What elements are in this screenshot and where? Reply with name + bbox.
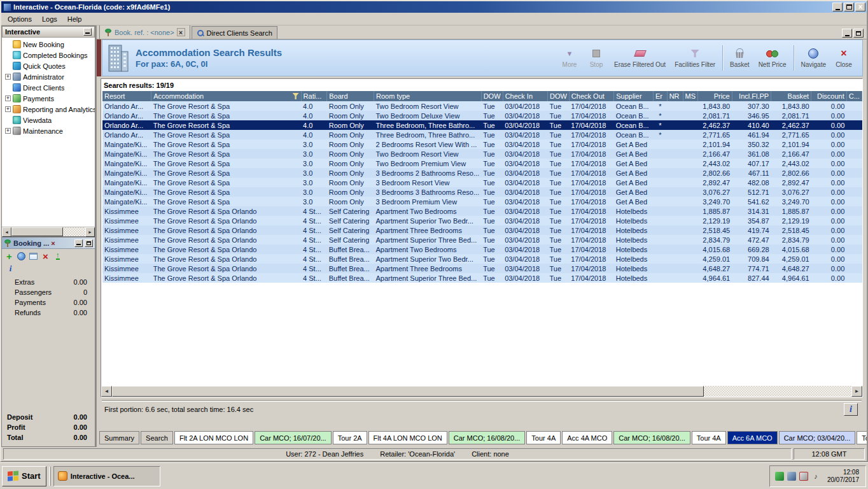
tree-expander-icon[interactable]: + — [5, 96, 11, 101]
column-header-supplier[interactable]: Supplier — [614, 91, 654, 101]
bottom-tab-tour-6a[interactable]: Tour 6A — [857, 431, 867, 444]
filter-icon[interactable] — [293, 93, 299, 99]
result-row[interactable]: Orlando Ar...The Grove Resort & Spa4.0Ro… — [102, 111, 862, 120]
result-row[interactable]: Orlando Ar...The Grove Resort & Spa4.0Ro… — [102, 120, 862, 130]
column-header-check-out[interactable]: Check Out — [569, 91, 613, 101]
tray-display-icon[interactable] — [787, 472, 796, 481]
scroll-track[interactable] — [11, 227, 85, 236]
collapse-panel-button[interactable] — [83, 28, 92, 36]
minimize-button[interactable] — [832, 3, 843, 11]
column-header-dow[interactable]: DOW — [481, 91, 503, 101]
result-row[interactable]: KissimmeeThe Grove Resort & Spa Orlando4… — [102, 225, 862, 235]
bottom-tab-car-mco-16-07-20[interactable]: Car MCO; 16/07/20... — [255, 431, 332, 444]
menu-item-logs[interactable]: Logs — [37, 14, 62, 24]
sidebar-item-completed-bookings[interactable]: Completed Bookings — [2, 50, 95, 60]
erase-filtered-out-button[interactable]: Erase Filtered Out — [610, 47, 670, 69]
result-row[interactable]: KissimmeeThe Grove Resort & Spa Orlando4… — [102, 216, 862, 225]
sidebar-item-viewdata[interactable]: Viewdata — [2, 115, 95, 125]
tree-expander-icon[interactable]: + — [5, 128, 11, 134]
doc-tab-book-ref-none[interactable]: Book. ref. : <none>× — [99, 25, 190, 39]
result-row[interactable]: KissimmeeThe Grove Resort & Spa Orlando4… — [102, 264, 862, 273]
bottom-tab-flt-2a-lon-mco-lon[interactable]: Flt 2A LON MCO LON — [174, 431, 253, 444]
result-row[interactable]: Maingate/Ki...The Grove Resort & Spa3.0R… — [102, 187, 862, 197]
grid-scroll-track[interactable] — [112, 386, 851, 397]
basket-button[interactable]: Basket — [725, 47, 754, 69]
bottom-tab-car-mco-03-04-20[interactable]: Car MCO; 03/04/20... — [779, 431, 856, 444]
sidebar-item-maintenance[interactable]: +Maintenance — [2, 125, 95, 136]
scroll-thumb[interactable] — [11, 227, 63, 236]
start-button[interactable]: Start — [2, 466, 46, 486]
tree-expander-icon[interactable]: + — [5, 106, 11, 112]
sidebar-item-quick-quotes[interactable]: Quick Quotes — [2, 60, 95, 71]
column-header-nr[interactable]: NR — [667, 91, 683, 101]
result-row[interactable]: KissimmeeThe Grove Resort & Spa Orlando4… — [102, 206, 862, 216]
result-row[interactable]: Maingate/Ki...The Grove Resort & Spa3.0R… — [102, 178, 862, 187]
grid-scroll-right-button[interactable]: ► — [851, 386, 862, 397]
column-header-incl-fl-pp[interactable]: Incl.Fl.PP — [732, 91, 771, 101]
bottom-tab-search[interactable]: Search — [141, 431, 173, 444]
bottom-tab-tour-2a[interactable]: Tour 2A — [333, 431, 367, 444]
sidebar-hscrollbar[interactable]: ◄ ► — [2, 227, 95, 236]
result-row[interactable]: KissimmeeThe Grove Resort & Spa Orlando4… — [102, 244, 862, 254]
column-header-ms[interactable]: MS — [683, 91, 698, 101]
close-panel-icon[interactable]: × — [51, 239, 55, 247]
tray-card-icon[interactable] — [799, 472, 808, 481]
tree-expander-icon[interactable]: + — [5, 74, 11, 80]
results-hscrollbar[interactable]: ◄ ► — [101, 386, 862, 397]
result-row[interactable]: Maingate/Ki...The Grove Resort & Spa3.0R… — [102, 139, 862, 149]
column-header-board[interactable]: Board — [327, 91, 374, 101]
column-header-discount[interactable]: Discount — [811, 91, 847, 101]
menu-item-options[interactable]: Options — [3, 14, 37, 24]
bottom-tab-flt-4a-lon-mco-lon[interactable]: Flt 4A LON MCO LON — [368, 431, 447, 444]
scroll-left-button[interactable]: ◄ — [2, 227, 11, 237]
taskbar-task-button[interactable]: Interactive - Ocea... — [53, 466, 160, 486]
info-button[interactable]: i — [844, 403, 858, 416]
tray-chart-icon[interactable] — [775, 472, 784, 481]
close-window-button[interactable]: × — [855, 3, 865, 11]
view-booking-icon[interactable] — [17, 252, 26, 261]
nett-price-button[interactable]: Nett Price — [754, 47, 791, 69]
bottom-tab-car-mco-16-08-20[interactable]: Car MCO; 16/08/20... — [613, 431, 690, 444]
column-header-check-in[interactable]: Check In — [503, 91, 547, 101]
restore-button[interactable] — [844, 3, 854, 11]
result-row[interactable]: Maingate/Ki...The Grove Resort & Spa3.0R… — [102, 168, 862, 178]
facilities-filter-button[interactable]: Facilities Filter — [670, 47, 720, 69]
info-icon[interactable] — [6, 264, 15, 274]
sidebar-item-new-booking[interactable]: New Booking — [2, 39, 95, 50]
close-button[interactable]: Close — [830, 47, 857, 69]
delete-item-icon[interactable] — [41, 252, 50, 261]
grid-scroll-left-button[interactable]: ◄ — [101, 386, 112, 397]
result-row[interactable]: Maingate/Ki...The Grove Resort & Spa3.0R… — [102, 197, 862, 206]
sidebar-item-payments[interactable]: +Payments — [2, 93, 95, 104]
doc-tab-direct-clients-search[interactable]: Direct Clients Search — [192, 26, 277, 39]
booking-grid-icon[interactable] — [29, 252, 38, 261]
grid-scroll-thumb[interactable] — [112, 386, 704, 397]
column-header-c[interactable]: C... — [846, 91, 862, 101]
column-header-resort[interactable]: Resort — [102, 91, 151, 101]
export-icon[interactable] — [53, 252, 62, 261]
column-header-dow[interactable]: DOW — [547, 91, 569, 101]
result-row[interactable]: Maingate/Ki...The Grove Resort & Spa3.0R… — [102, 149, 862, 159]
column-header-er[interactable]: Er — [653, 91, 667, 101]
bottom-tab-tour-4a[interactable]: Tour 4A — [692, 431, 726, 444]
column-header-basket[interactable]: Basket — [771, 91, 811, 101]
panel-minimize-button[interactable] — [74, 239, 83, 247]
result-row[interactable]: Maingate/Ki...The Grove Resort & Spa3.0R… — [102, 159, 862, 168]
sidebar-item-direct-clients[interactable]: Direct Clients — [2, 82, 95, 93]
sidebar-item-reporting-and-analytics[interactable]: +Reporting and Analytics — [2, 104, 95, 115]
result-row[interactable]: KissimmeeThe Grove Resort & Spa Orlando4… — [102, 273, 862, 283]
column-header-price[interactable]: Price — [698, 91, 732, 101]
result-row[interactable]: Orlando Ar...The Grove Resort & Spa4.0Ro… — [102, 101, 862, 111]
column-header-rati[interactable]: Rati... — [301, 91, 327, 101]
navigate-button[interactable]: Navigate — [797, 47, 830, 69]
panel-restore-button[interactable] — [85, 239, 93, 247]
bottom-tab-summary[interactable]: Summary — [99, 431, 139, 444]
scroll-right-button[interactable]: ► — [85, 227, 95, 237]
result-row[interactable]: Orlando Ar...The Grove Resort & Spa4.0Ro… — [102, 130, 862, 139]
mdi-minimize-button[interactable] — [842, 29, 852, 38]
mdi-restore-button[interactable] — [853, 29, 864, 38]
add-item-icon[interactable] — [4, 252, 14, 261]
tab-close-icon[interactable]: × — [177, 28, 185, 36]
bottom-tab-acc-6a-mco[interactable]: Acc 6A MCO — [727, 431, 778, 444]
column-header-accommodation[interactable]: Accommodation — [151, 91, 301, 101]
